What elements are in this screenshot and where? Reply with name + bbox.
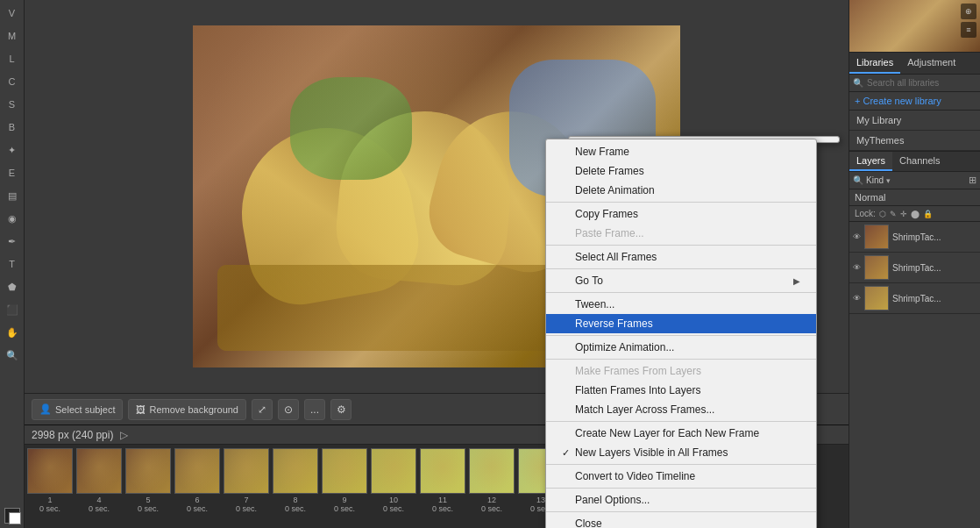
- menu-item-reverse-frames[interactable]: ✓ Reverse Frames: [546, 314, 816, 333]
- lock-position-icon[interactable]: ✛: [900, 210, 907, 218]
- frame-item-2[interactable]: 5 0 sec.: [124, 448, 172, 513]
- frame-item-0[interactable]: 1 0 sec.: [26, 448, 74, 513]
- settings-button[interactable]: ⚙: [330, 399, 352, 420]
- tab-layers[interactable]: Layers: [849, 152, 892, 171]
- menu-item-label-wrapper-copy-frames: ✓ Copy Frames: [562, 208, 638, 220]
- frame-label-7: 10: [389, 496, 398, 504]
- mask-button[interactable]: ⊙: [278, 399, 299, 420]
- library-item-my-library[interactable]: My Library: [849, 111, 980, 131]
- create-library-button[interactable]: + Create new library: [855, 96, 941, 106]
- tab-adjustment[interactable]: Adjustment: [900, 53, 962, 74]
- remove-background-button[interactable]: 🖼 Remove background: [128, 399, 246, 420]
- menu-item-panel-options[interactable]: ✓ Panel Options...: [546, 490, 816, 510]
- library-search-input[interactable]: [867, 78, 976, 88]
- thumb-icon-2[interactable]: ≡: [961, 22, 976, 38]
- menu-item-label-tween: Tween...: [575, 298, 614, 310]
- menu-item-convert-to-video[interactable]: ✓ Convert to Video Timeline: [546, 467, 816, 486]
- menu-separator-sep10: [546, 511, 816, 512]
- tool-hand[interactable]: ✋: [3, 323, 22, 342]
- menu-item-delete-frames[interactable]: ✓ Delete Frames: [546, 161, 816, 181]
- menu-separator-sep1: [546, 202, 816, 203]
- panel-search: 🔍: [849, 75, 980, 92]
- menu-item-delete-animation[interactable]: ✓ Delete Animation: [546, 181, 816, 200]
- tool-text[interactable]: T: [3, 254, 22, 274]
- frame-label-9: 12: [487, 496, 496, 504]
- menu-separator-sep6: [546, 359, 816, 360]
- layers-panel: Layers Channels 🔍 Kind ▾ ⊞ Normal Lock: …: [849, 152, 980, 528]
- frame-item-4[interactable]: 7 0 sec.: [223, 448, 270, 513]
- tab-libraries[interactable]: Libraries: [849, 53, 900, 74]
- frame-label-0: 1: [47, 496, 52, 504]
- lock-transparent-icon[interactable]: ⬡: [879, 210, 886, 218]
- tool-lasso[interactable]: L: [3, 49, 22, 68]
- menu-item-label-delete-animation: Delete Animation: [575, 184, 655, 196]
- frame-delay-5: 0 sec.: [285, 504, 306, 513]
- menu-item-new-frame[interactable]: ✓ New Frame: [546, 142, 816, 161]
- menu-item-go-to[interactable]: ✓ Go To ▶: [546, 271, 816, 290]
- tool-path[interactable]: ⬟: [3, 277, 22, 296]
- layer-item-0[interactable]: 👁 ShrimpTac...: [849, 222, 980, 253]
- menu-item-label-wrapper-make-frames-from-layers: ✓ Make Frames From Layers: [562, 365, 701, 377]
- thumb-icon-1[interactable]: ⊕: [961, 4, 976, 19]
- menu-item-label-convert-to-video: Convert to Video Timeline: [575, 470, 695, 482]
- menu-item-close[interactable]: ✓ Close: [546, 514, 816, 528]
- layer-eye-2[interactable]: 👁: [853, 294, 861, 303]
- frame-item-5[interactable]: 8 0 sec.: [272, 448, 319, 513]
- frame-item-9[interactable]: 12 0 sec.: [468, 448, 515, 513]
- menu-item-copy-frames[interactable]: ✓ Copy Frames: [546, 204, 816, 224]
- frame-item-8[interactable]: 11 0 sec.: [419, 448, 466, 513]
- foreground-color[interactable]: [4, 508, 20, 524]
- layer-eye-1[interactable]: 👁: [853, 263, 861, 272]
- lock-all-icon[interactable]: 🔒: [923, 210, 933, 218]
- tool-spot[interactable]: S: [3, 95, 22, 114]
- thumbnail-area: ⊕ ≡: [849, 0, 980, 53]
- menu-item-match-layer[interactable]: ✓ Match Layer Across Frames...: [546, 400, 816, 419]
- lock-image-icon[interactable]: ✎: [890, 210, 897, 218]
- menu-item-tween[interactable]: ✓ Tween...: [546, 295, 816, 314]
- search-icon: 🔍: [853, 78, 863, 88]
- menu-item-optimize-animation[interactable]: ✓ Optimize Animation...: [546, 338, 816, 357]
- tool-crop[interactable]: C: [3, 72, 22, 91]
- tool-brush[interactable]: B: [3, 118, 22, 137]
- layers-filter-icon[interactable]: ⊞: [969, 175, 976, 186]
- layer-name-2: ShrimpTac...: [892, 294, 941, 303]
- library-item-mythemes[interactable]: MyThemes: [849, 131, 980, 151]
- frame-item-3[interactable]: 6 0 sec.: [174, 448, 221, 513]
- layer-eye-0[interactable]: 👁: [853, 232, 861, 241]
- remove-background-label: Remove background: [149, 404, 238, 415]
- menu-item-select-all-frames[interactable]: ✓ Select All Frames: [546, 247, 816, 267]
- layer-item-1[interactable]: 👁 ShrimpTac...: [849, 253, 980, 283]
- frame-item-7[interactable]: 10 0 sec.: [370, 448, 417, 513]
- resize-button[interactable]: ⤢: [252, 399, 273, 420]
- tool-shape[interactable]: ⬛: [3, 300, 22, 319]
- layer-item-2[interactable]: 👁 ShrimpTac...: [849, 283, 980, 314]
- frame-label-1: 4: [96, 496, 101, 504]
- menu-item-make-frames-from-layers: ✓ Make Frames From Layers: [546, 361, 816, 381]
- timeline-expand[interactable]: ▷: [120, 429, 128, 441]
- more-button[interactable]: ...: [304, 399, 325, 420]
- lock-artboard-icon[interactable]: ⬤: [911, 210, 920, 218]
- menu-separator-sep4: [546, 292, 816, 293]
- tab-channels[interactable]: Channels: [892, 152, 947, 171]
- menu-item-create-new-layer[interactable]: ✓ Create New Layer for Each New Frame: [546, 424, 816, 443]
- menu-arrow-go-to: ▶: [793, 276, 800, 286]
- frame-delay-3: 0 sec.: [187, 504, 208, 513]
- tool-zoom[interactable]: 🔍: [3, 346, 22, 365]
- layers-kind-arrow[interactable]: ▾: [886, 176, 891, 185]
- frame-thumb-7: [371, 448, 416, 494]
- person-icon: 👤: [39, 403, 52, 415]
- menu-item-new-layers-visible[interactable]: ✓ New Layers Visible in All Frames: [546, 443, 816, 462]
- frame-item-1[interactable]: 4 0 sec.: [75, 448, 123, 513]
- tool-select[interactable]: M: [3, 26, 22, 46]
- tool-move[interactable]: V: [3, 4, 22, 23]
- select-subject-button[interactable]: 👤 Select subject: [32, 399, 123, 420]
- tool-pen[interactable]: ✒: [3, 232, 22, 251]
- frame-delay-0: 0 sec.: [39, 504, 60, 513]
- tool-clone[interactable]: ✦: [3, 140, 22, 160]
- frame-item-6[interactable]: 9 0 sec.: [321, 448, 368, 513]
- menu-item-flatten-frames[interactable]: ✓ Flatten Frames Into Layers: [546, 381, 816, 400]
- tool-gradient[interactable]: ▤: [3, 186, 22, 205]
- tool-eraser[interactable]: E: [3, 163, 22, 182]
- frame-delay-1: 0 sec.: [89, 504, 110, 513]
- tool-dodge[interactable]: ◉: [3, 209, 22, 228]
